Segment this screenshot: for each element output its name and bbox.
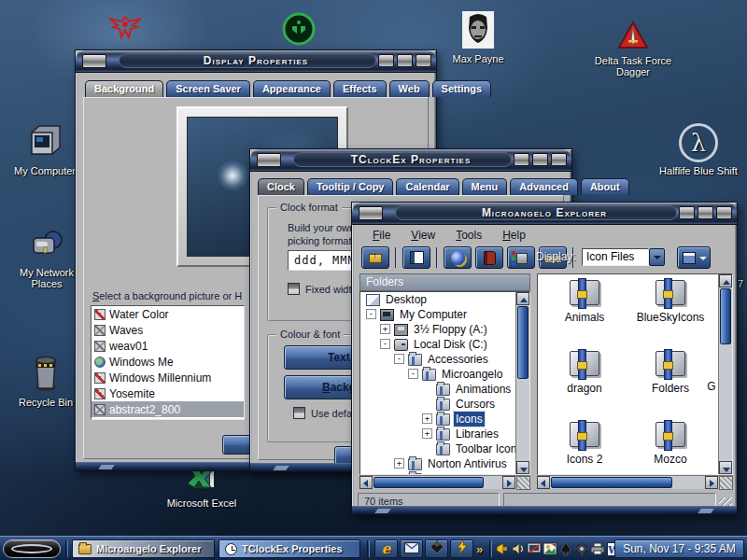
tray-image-icon[interactable] bbox=[543, 541, 557, 556]
tab-about[interactable]: About bbox=[581, 178, 629, 195]
minimize-button[interactable] bbox=[514, 153, 529, 166]
colors-tool-button[interactable] bbox=[507, 246, 535, 269]
tree-vertical-scrollbar[interactable] bbox=[515, 292, 529, 474]
file-list-pane[interactable]: Animals BlueSkyIcons dragon Folders Icon… bbox=[537, 273, 733, 475]
system-menu-button[interactable] bbox=[257, 153, 281, 167]
file-item[interactable]: Icons 2 bbox=[543, 422, 626, 466]
scrollbar-thumb[interactable] bbox=[720, 288, 731, 344]
tray-display-icon[interactable] bbox=[527, 541, 542, 556]
expand-expander[interactable]: + bbox=[422, 428, 432, 439]
tab-web[interactable]: Web bbox=[389, 80, 430, 97]
close-button[interactable] bbox=[716, 206, 732, 219]
taskbar-button-microangelo[interactable]: Microangelo Explorer bbox=[72, 539, 215, 558]
tab-appearance[interactable]: Appearance bbox=[253, 80, 331, 97]
tray-printer-icon[interactable] bbox=[590, 541, 605, 556]
list-item-selected[interactable]: abstract2_800 bbox=[92, 401, 244, 417]
desktop-icon-my-computer[interactable]: My Computer bbox=[9, 123, 80, 176]
collapse-expander[interactable]: - bbox=[366, 309, 376, 319]
minimize-button[interactable] bbox=[679, 206, 695, 219]
scroll-left-button[interactable] bbox=[359, 476, 373, 489]
scrollbar-thumb[interactable] bbox=[374, 477, 484, 488]
desktop-icon-halflife-blue-shift[interactable]: λ Halflife Blue Shift bbox=[652, 123, 745, 176]
tray-megaphone-icon[interactable] bbox=[495, 541, 510, 556]
collapse-expander[interactable]: - bbox=[394, 354, 404, 364]
up-one-level-button[interactable]: ↑ bbox=[361, 246, 389, 269]
tree-item-cursors[interactable]: Cursors bbox=[360, 397, 529, 412]
list-item[interactable]: Windows Me bbox=[92, 354, 244, 370]
desktop-icon-green-orb[interactable] bbox=[269, 11, 329, 51]
desktop-icon-delta-force[interactable]: Delta Task Force Dagger bbox=[588, 21, 678, 77]
tab-menu[interactable]: Menu bbox=[462, 178, 508, 195]
panels-view-button[interactable] bbox=[402, 246, 430, 269]
tab-settings[interactable]: Settings bbox=[432, 80, 491, 97]
maximize-button[interactable] bbox=[397, 54, 413, 67]
scroll-down-button[interactable] bbox=[516, 461, 529, 474]
menu-file[interactable]: File bbox=[373, 229, 390, 242]
taskbar-clock[interactable]: Sun, Nov 17 - 9:35 AM bbox=[614, 539, 744, 558]
menu-help[interactable]: Help bbox=[502, 229, 526, 242]
tclockex-titlebar[interactable]: TClockEx Properties bbox=[250, 149, 571, 172]
start-button[interactable] bbox=[3, 539, 61, 558]
scroll-up-button[interactable] bbox=[719, 274, 732, 287]
tree-item-desktop[interactable]: Desktop bbox=[360, 292, 529, 307]
file-item[interactable]: Mozco bbox=[629, 422, 712, 466]
list-item[interactable]: Water Color bbox=[92, 306, 244, 322]
folder-tree[interactable]: Desktop -My Computer +3½ Floppy (A:) -Lo… bbox=[359, 291, 530, 475]
tree-item-norton-antivirus[interactable]: +Norton Antivirus bbox=[360, 456, 529, 471]
file-item[interactable]: Folders bbox=[629, 351, 712, 395]
desktop-icon-max-payne[interactable]: Max Payne bbox=[435, 11, 521, 64]
quicklaunch-internet-explorer[interactable]: e bbox=[374, 539, 398, 558]
combobox-dropdown-button[interactable] bbox=[649, 248, 665, 266]
tree-item-accessories[interactable]: -Accessories bbox=[360, 352, 529, 367]
file-item[interactable]: BlueSkyIcons bbox=[629, 280, 712, 324]
collapse-expander[interactable]: - bbox=[380, 339, 390, 349]
list-item[interactable]: Windows Millennium bbox=[92, 370, 244, 385]
system-menu-button[interactable] bbox=[359, 206, 383, 220]
file-item-partial[interactable]: G bbox=[704, 380, 719, 393]
library-book-button[interactable] bbox=[475, 246, 503, 269]
tab-clock[interactable]: Clock bbox=[258, 178, 304, 195]
collapse-expander[interactable]: - bbox=[408, 369, 418, 379]
scrollbar-thumb[interactable] bbox=[551, 477, 672, 488]
scroll-left-button[interactable] bbox=[537, 476, 550, 489]
microangelo-titlebar[interactable]: Microangelo Explorer bbox=[352, 203, 737, 225]
minimize-button[interactable] bbox=[378, 54, 394, 67]
view-mode-button[interactable] bbox=[677, 246, 711, 269]
chevron-more-icon[interactable]: » bbox=[476, 542, 483, 556]
close-button[interactable] bbox=[551, 153, 567, 166]
tray-spade-icon[interactable] bbox=[558, 541, 573, 556]
file-item[interactable]: dragon bbox=[543, 351, 626, 395]
maximize-button[interactable] bbox=[698, 206, 713, 219]
list-item[interactable]: Yosemite bbox=[92, 385, 244, 401]
tray-gear-icon[interactable] bbox=[574, 541, 589, 556]
menu-view[interactable]: View bbox=[411, 229, 435, 242]
tab-advanced[interactable]: Advanced bbox=[510, 178, 578, 195]
tree-item-libraries[interactable]: +Libraries bbox=[360, 427, 529, 441]
tree-item-toolbar-icons[interactable]: Toolbar Icon bbox=[360, 441, 529, 456]
scroll-right-button[interactable] bbox=[705, 476, 718, 489]
expand-expander[interactable]: + bbox=[380, 324, 390, 334]
desktop-icon-recycle-bin[interactable]: Recycle Bin bbox=[9, 353, 82, 408]
tree-item-icons-selected[interactable]: +Icons bbox=[360, 412, 529, 427]
scroll-right-button[interactable] bbox=[502, 476, 515, 489]
list-item[interactable]: weav01 bbox=[92, 338, 244, 354]
tree-item-microangelo[interactable]: -Microangelo bbox=[360, 367, 529, 382]
system-menu-button[interactable] bbox=[82, 54, 106, 68]
menu-tools[interactable]: Tools bbox=[456, 229, 482, 242]
tree-horizontal-scrollbar[interactable] bbox=[359, 475, 530, 489]
tab-calendar[interactable]: Calendar bbox=[396, 178, 458, 195]
background-listbox[interactable]: Water Color Waves weav01 Windows Me Wind… bbox=[91, 305, 245, 420]
fixed-width-checkbox[interactable] bbox=[288, 283, 300, 295]
files-horizontal-scrollbar[interactable] bbox=[537, 475, 733, 489]
tree-item-my-computer[interactable]: -My Computer bbox=[360, 307, 529, 322]
tab-effects[interactable]: Effects bbox=[333, 80, 387, 97]
quicklaunch-winamp[interactable] bbox=[450, 539, 473, 558]
tab-tooltip-copy[interactable]: Tooltip / Copy bbox=[307, 178, 394, 195]
desktop-icon-wolfenstein[interactable] bbox=[95, 13, 155, 46]
display-properties-titlebar[interactable]: Display Properties bbox=[76, 50, 436, 73]
expand-expander[interactable]: + bbox=[394, 458, 404, 469]
display-filter-combobox[interactable]: Icon Files bbox=[582, 248, 649, 266]
list-item[interactable]: Waves bbox=[92, 322, 244, 338]
file-item[interactable]: Animals bbox=[543, 280, 626, 324]
tree-item-floppy[interactable]: +3½ Floppy (A:) bbox=[360, 322, 529, 337]
